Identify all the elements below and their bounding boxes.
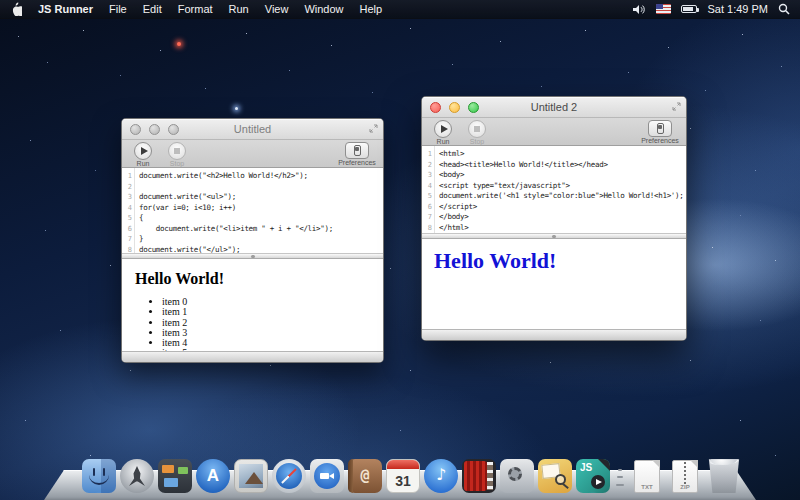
code-line[interactable]: document.write('<h1 style="color:blue">H… bbox=[439, 191, 686, 202]
minimize-button[interactable] bbox=[449, 102, 460, 113]
dock-icon-photo-booth[interactable] bbox=[462, 459, 496, 493]
minimize-button[interactable] bbox=[149, 124, 160, 135]
code-line[interactable]: <body> bbox=[439, 170, 686, 181]
output-pane: Hello World! bbox=[422, 239, 686, 329]
line-number: 5 bbox=[422, 191, 432, 202]
dock-icon-ical[interactable]: 31 bbox=[386, 459, 420, 493]
dock-icon-itunes[interactable] bbox=[424, 459, 458, 493]
line-number: 7 bbox=[422, 212, 432, 223]
run-button[interactable]: Run bbox=[428, 120, 458, 145]
run-label: Run bbox=[428, 138, 458, 145]
code-line[interactable]: <head><title>Hello World!</title></head> bbox=[439, 160, 686, 171]
dock-icon-safari[interactable] bbox=[272, 459, 306, 493]
dock-icon-address-book[interactable] bbox=[348, 459, 382, 493]
menu-bar-clock[interactable]: Sat 1:49 PM bbox=[707, 3, 768, 15]
red-star bbox=[177, 42, 181, 46]
line-number: 8 bbox=[122, 245, 132, 254]
preferences-button[interactable]: Preferences bbox=[335, 142, 379, 166]
bright-star bbox=[235, 107, 238, 110]
code-line[interactable]: document.write("<ul>"); bbox=[139, 192, 383, 203]
input-source-flag-icon[interactable] bbox=[656, 4, 671, 14]
spotlight-icon[interactable] bbox=[778, 3, 790, 15]
code-line[interactable]: document.write("<li>item " + i + "</li>"… bbox=[139, 224, 383, 235]
dock-icon-mail[interactable] bbox=[234, 459, 268, 493]
dock-icon-launchpad[interactable] bbox=[120, 459, 154, 493]
preferences-button[interactable]: Preferences bbox=[638, 120, 682, 144]
output-pane: Hello World! item 0item 1item 2item 3ite… bbox=[122, 259, 383, 351]
preferences-label: Preferences bbox=[638, 137, 682, 144]
zoom-button[interactable] bbox=[168, 124, 179, 135]
list-item: item 3 bbox=[162, 328, 383, 338]
apple-icon bbox=[10, 2, 22, 16]
dock-icon-zip-file[interactable]: ZIP bbox=[668, 459, 702, 493]
volume-icon[interactable] bbox=[633, 4, 646, 15]
line-number: 1 bbox=[422, 149, 432, 160]
menu-run[interactable]: Run bbox=[229, 3, 249, 15]
menu-help[interactable]: Help bbox=[360, 3, 383, 15]
code-line[interactable]: <script type="text/javascript"> bbox=[439, 181, 686, 192]
code-text[interactable]: document.write("<h2>Hello World!</h2>");… bbox=[139, 168, 383, 253]
stop-button[interactable]: Stop bbox=[162, 142, 192, 167]
code-text[interactable]: <html><head><title>Hello World!</title><… bbox=[439, 146, 686, 233]
bottom-bar bbox=[422, 329, 686, 340]
line-numbers: 12345678 bbox=[422, 146, 435, 233]
stop-icon bbox=[174, 148, 180, 154]
code-line[interactable] bbox=[139, 182, 383, 193]
preferences-label: Preferences bbox=[335, 159, 379, 166]
dock-icon-txt-file[interactable]: TXT bbox=[630, 459, 664, 493]
line-number: 1 bbox=[122, 171, 132, 182]
line-number: 7 bbox=[122, 234, 132, 245]
list-item: item 2 bbox=[162, 318, 383, 328]
line-number: 4 bbox=[122, 203, 132, 214]
menu-format[interactable]: Format bbox=[178, 3, 213, 15]
bottom-bar bbox=[122, 351, 383, 362]
titlebar[interactable]: Untitled 2 bbox=[422, 97, 686, 118]
fullscreen-icon[interactable] bbox=[672, 102, 681, 111]
apple-menu[interactable] bbox=[10, 2, 22, 16]
dock-icon-facetime[interactable] bbox=[310, 459, 344, 493]
line-number: 2 bbox=[122, 182, 132, 193]
list-item: item 4 bbox=[162, 338, 383, 348]
stop-button[interactable]: Stop bbox=[462, 120, 492, 145]
dock-icon-js-runner[interactable]: JS bbox=[576, 459, 610, 493]
dock-icon-mission-control[interactable] bbox=[158, 459, 192, 493]
code-line[interactable]: <html> bbox=[439, 149, 686, 160]
list-item: item 5 bbox=[162, 348, 383, 351]
desktop: JS Runner FileEditFormatRunViewWindowHel… bbox=[0, 0, 800, 500]
dock-icon-preview[interactable] bbox=[538, 459, 572, 493]
splitter-handle-icon bbox=[552, 235, 556, 238]
menu-window[interactable]: Window bbox=[304, 3, 343, 15]
code-editor[interactable]: 12345678 document.write("<h2>Hello World… bbox=[122, 168, 383, 253]
app-menu[interactable]: JS Runner bbox=[38, 3, 93, 15]
output-heading: Hello World! bbox=[135, 270, 383, 288]
code-line[interactable]: </body> bbox=[439, 212, 686, 223]
run-button[interactable]: Run bbox=[128, 142, 158, 167]
dock-icons: 31JSTXTZIP bbox=[82, 457, 742, 493]
dock-icon-finder[interactable] bbox=[82, 459, 116, 493]
close-button[interactable] bbox=[430, 102, 441, 113]
output-list: item 0item 1item 2item 3item 4item 5 bbox=[122, 297, 383, 351]
dock-icon-trash[interactable] bbox=[706, 457, 742, 493]
code-line[interactable]: { bbox=[139, 213, 383, 224]
code-line[interactable]: } bbox=[139, 234, 383, 245]
line-number: 5 bbox=[122, 213, 132, 224]
dock-icon-system-preferences[interactable] bbox=[500, 459, 534, 493]
code-line[interactable]: </script> bbox=[439, 202, 686, 213]
close-button[interactable] bbox=[130, 124, 141, 135]
menu-file[interactable]: File bbox=[109, 3, 127, 15]
code-line[interactable]: for(var i=0; i<10; i++) bbox=[139, 203, 383, 214]
line-number: 3 bbox=[122, 192, 132, 203]
zoom-button[interactable] bbox=[468, 102, 479, 113]
code-editor[interactable]: 12345678 <html><head><title>Hello World!… bbox=[422, 146, 686, 233]
menu-view[interactable]: View bbox=[265, 3, 289, 15]
fullscreen-icon[interactable] bbox=[369, 124, 378, 133]
titlebar[interactable]: Untitled bbox=[122, 119, 383, 140]
line-number: 3 bbox=[422, 170, 432, 181]
switch-icon bbox=[657, 123, 664, 134]
code-line[interactable]: </html> bbox=[439, 223, 686, 234]
code-line[interactable]: document.write("<h2>Hello World!</h2>"); bbox=[139, 171, 383, 182]
code-line[interactable]: document.write("</ul>"); bbox=[139, 245, 383, 254]
dock-icon-app-store[interactable] bbox=[196, 459, 230, 493]
menu-edit[interactable]: Edit bbox=[143, 3, 162, 15]
battery-icon[interactable] bbox=[681, 5, 697, 13]
